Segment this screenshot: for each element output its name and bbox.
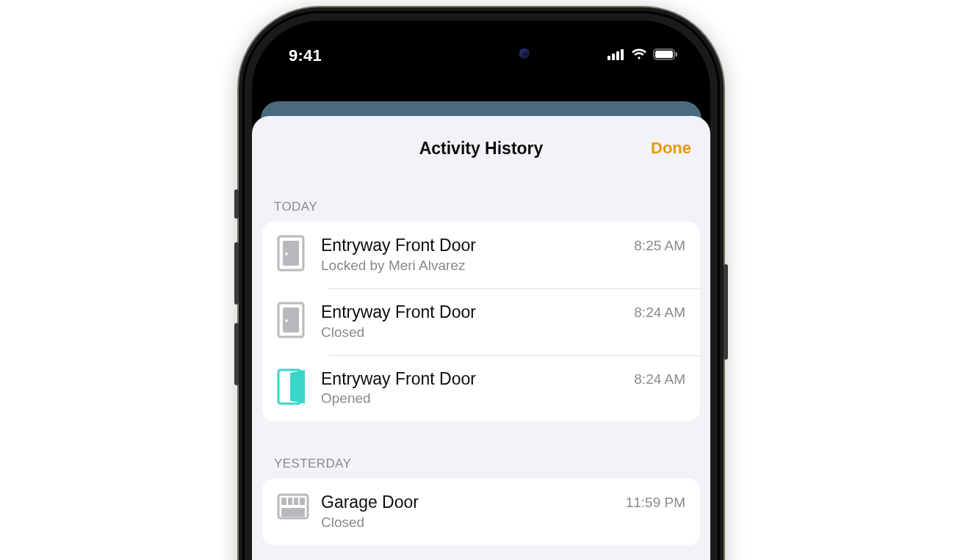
- battery-icon: [653, 48, 678, 63]
- wifi-icon: [631, 48, 647, 63]
- door-open-icon: [277, 368, 321, 405]
- activity-time: 8:24 AM: [634, 371, 685, 388]
- door-closed-icon: [277, 302, 321, 338]
- svg-rect-3: [621, 49, 624, 60]
- done-button[interactable]: Done: [651, 139, 691, 158]
- phone-frame: 9:41: [239, 7, 724, 560]
- door-closed-icon: [277, 235, 321, 272]
- activity-time: 8:24 AM: [634, 305, 685, 321]
- phone-screen: 9:41: [252, 21, 710, 560]
- section-card-today: Entryway Front Door Locked by Meri Alvar…: [262, 222, 700, 421]
- cellular-signal-icon: [607, 48, 625, 63]
- front-camera-icon: [519, 48, 530, 59]
- side-button-volume-up: [234, 242, 239, 305]
- activity-row[interactable]: Entryway Front Door Closed 8:24 AM: [262, 288, 700, 355]
- section-card-yesterday: Garage Door Closed 11:59 PM: [262, 479, 700, 545]
- activity-title: Entryway Front Door: [321, 368, 625, 390]
- svg-marker-14: [290, 370, 305, 404]
- garage-closed-icon: [277, 492, 321, 521]
- svg-rect-20: [281, 508, 305, 517]
- activity-row[interactable]: Garage Door Closed 11:59 PM: [262, 479, 700, 545]
- svg-rect-5: [655, 51, 673, 58]
- activity-row[interactable]: Entryway Front Door Locked by Meri Alvar…: [262, 222, 700, 288]
- activity-row[interactable]: Entryway Front Door Opened 8:24 AM: [262, 355, 700, 422]
- activity-subtitle: Opened: [321, 390, 625, 407]
- status-time: 9:41: [289, 46, 322, 65]
- activity-time: 8:25 AM: [634, 238, 685, 254]
- activity-subtitle: Closed: [321, 324, 625, 341]
- activity-time: 11:59 PM: [626, 495, 685, 511]
- svg-rect-1: [612, 54, 615, 60]
- svg-point-9: [285, 252, 288, 255]
- section-header-today: Today: [274, 200, 688, 214]
- activity-title: Entryway Front Door: [321, 302, 625, 323]
- section-header-yesterday: Yesterday: [274, 457, 688, 471]
- activity-subtitle: Locked by Meri Alvarez: [321, 258, 625, 274]
- dynamic-island: [422, 38, 540, 69]
- activity-title: Garage Door: [321, 492, 617, 513]
- svg-rect-2: [616, 51, 619, 60]
- side-button-silence: [234, 189, 239, 219]
- side-button-power: [724, 264, 728, 360]
- svg-rect-0: [607, 56, 610, 60]
- svg-rect-11: [283, 308, 299, 332]
- page-title: Activity History: [419, 139, 544, 159]
- side-button-volume-down: [234, 323, 239, 385]
- svg-rect-6: [676, 52, 678, 57]
- activity-title: Entryway Front Door: [321, 235, 625, 256]
- activity-history-sheet: Activity History Done Today Entryway F: [252, 116, 710, 560]
- activity-subtitle: Closed: [321, 514, 617, 531]
- sheet-header: Activity History Done: [252, 132, 710, 164]
- svg-point-12: [285, 319, 288, 322]
- svg-rect-8: [283, 241, 299, 266]
